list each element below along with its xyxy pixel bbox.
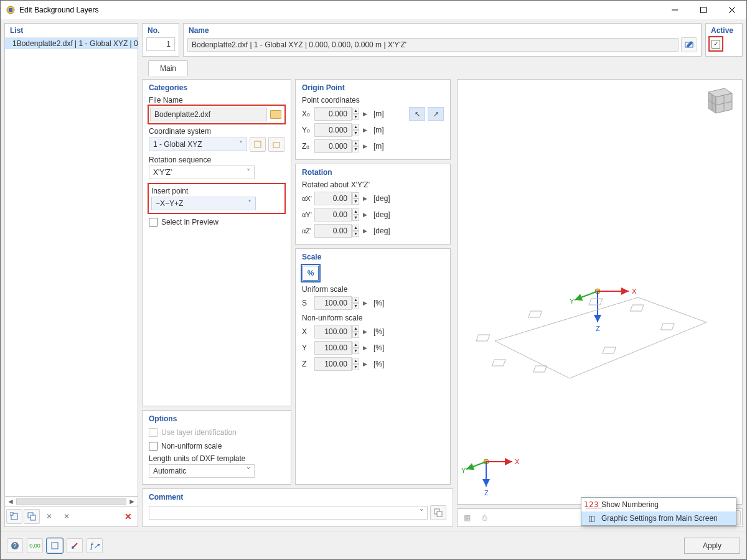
minimize-button[interactable]	[660, 1, 689, 19]
corner-axes-gizmo: X Y Z	[461, 450, 524, 500]
ax-field[interactable]: 0.00	[314, 192, 352, 205]
active-checkbox[interactable]	[712, 40, 720, 49]
coord-sys-combo[interactable]: 1 - Global XYZ˅	[149, 138, 247, 151]
svg-rect-3	[701, 7, 707, 13]
name-label: Name	[184, 24, 701, 36]
svg-point-49	[72, 546, 74, 549]
non-uniform-scale-checkbox[interactable]	[149, 442, 157, 450]
s-field[interactable]: 100.00	[314, 296, 352, 310]
svg-rect-12	[273, 142, 280, 147]
comment-library-button[interactable]	[430, 505, 446, 520]
y0-field[interactable]: 0.000	[314, 123, 352, 137]
svg-rect-9	[31, 515, 35, 520]
snap-button[interactable]	[67, 538, 83, 553]
non-uniform-scale-label: Non-uniform scale	[161, 442, 222, 450]
no-field[interactable]: 1	[146, 37, 175, 51]
app-icon	[6, 5, 16, 15]
list-item[interactable]: 1 Bodenplatte2.dxf | 1 - Global XYZ | 0…	[5, 38, 138, 49]
file-name-label: File Name	[149, 96, 284, 105]
az-field[interactable]: 0.00	[314, 224, 352, 238]
nonuniform-scale-label: Non-uniform scale	[302, 314, 444, 322]
menu-show-numbering[interactable]: 1͟2͟3͟ Show Numbering	[581, 498, 736, 511]
ay-field[interactable]: 0.00	[314, 208, 352, 222]
insert-point-label: Insert point	[151, 187, 282, 195]
svg-rect-37	[492, 360, 505, 366]
pick-point-button[interactable]: ↖	[409, 107, 425, 121]
menu-graphic-settings[interactable]: ◫ Graphic Settings from Main Screen	[581, 511, 736, 525]
z0-field[interactable]: 0.000	[314, 139, 352, 153]
sx-field[interactable]: 100.00	[314, 325, 352, 338]
sy-label: Y	[302, 343, 312, 352]
select-in-preview-checkbox[interactable]	[149, 218, 157, 226]
new-coord-sys-button[interactable]	[250, 137, 266, 152]
new-item-button[interactable]	[6, 509, 22, 524]
delete-item-button[interactable]: ✕	[120, 509, 136, 524]
rot-seq-combo[interactable]: X'Y'Z'˅	[149, 166, 255, 179]
svg-rect-34	[661, 324, 675, 330]
y0-spinner[interactable]: ▲▼	[352, 124, 359, 136]
coord-sys-label: Coordinate system	[149, 127, 284, 136]
svg-rect-32	[589, 299, 603, 305]
list-item-no: 1	[12, 39, 17, 48]
s-unit: [%]	[374, 299, 384, 307]
ax-label: αX'	[302, 195, 312, 202]
list-h-scroll[interactable]: ◄►	[4, 497, 138, 506]
y0-unit: [m]	[374, 126, 384, 134]
z0-step-button[interactable]: ▶	[363, 143, 367, 149]
options-header: Options	[149, 414, 284, 423]
tab-main[interactable]: Main	[148, 60, 188, 76]
y0-label: Y₀	[302, 126, 312, 134]
use-layer-id-label: Use layer identification	[161, 428, 237, 437]
sz-field[interactable]: 100.00	[314, 357, 352, 371]
apply-button[interactable]: Apply	[684, 538, 740, 554]
pick-point-alt-button[interactable]: ↗	[428, 107, 444, 121]
origin-header: Origin Point	[302, 83, 444, 92]
categories-header: Categories	[149, 83, 284, 92]
x0-step-button[interactable]: ▶	[363, 111, 367, 117]
comment-combo[interactable]: ˅	[149, 506, 428, 520]
numbering-icon: 1͟2͟3͟	[586, 500, 596, 509]
svg-rect-35	[603, 347, 616, 353]
use-layer-id-checkbox	[149, 428, 157, 437]
az-unit: [deg]	[374, 226, 390, 235]
insert-point-combo[interactable]: −X−Y+Z˅	[151, 197, 256, 210]
z0-spinner[interactable]: ▲▼	[352, 140, 359, 152]
y0-step-button[interactable]: ▶	[363, 127, 367, 133]
svg-rect-36	[533, 366, 547, 372]
grid-button[interactable]	[47, 538, 63, 553]
units-combo[interactable]: Automatic˅	[149, 464, 255, 478]
help-button[interactable]: ?	[7, 538, 23, 553]
maximize-button[interactable]	[689, 1, 718, 19]
rename-button[interactable]	[681, 37, 697, 52]
dxf-preview-drawing	[476, 273, 713, 397]
ay-unit: [deg]	[374, 210, 390, 219]
close-button[interactable]	[718, 1, 746, 19]
title-bar: Edit Background Layers	[1, 1, 746, 19]
browse-file-button[interactable]	[267, 107, 283, 122]
z0-unit: [m]	[374, 142, 384, 151]
preview-viewport[interactable]: X Y Z	[457, 79, 743, 505]
scale-header: Scale	[302, 253, 444, 261]
edit-coord-sys-button[interactable]	[268, 137, 284, 152]
sy-field[interactable]: 100.00	[314, 341, 352, 355]
units-button[interactable]: 0,00	[27, 538, 43, 553]
select-in-preview-label: Select in Preview	[161, 218, 218, 226]
svg-rect-31	[529, 311, 542, 317]
x0-unit: [m]	[374, 110, 384, 118]
percent-toggle[interactable]: %	[303, 266, 319, 281]
name-field[interactable]: Bodenplatte2.dxf | 1 - Global XYZ | 0.00…	[187, 38, 679, 52]
x0-label: X₀	[302, 110, 312, 118]
script-button[interactable]: ƒ↗	[87, 538, 103, 553]
list-header: List	[5, 24, 138, 38]
svg-text:?: ?	[13, 543, 17, 549]
duplicate-item-button[interactable]	[24, 509, 40, 524]
sx-label: X	[302, 327, 312, 336]
ax-unit: [deg]	[374, 194, 390, 203]
rot-seq-label: Rotation sequence	[149, 156, 284, 164]
x0-field[interactable]: 0.000	[314, 107, 352, 121]
nav-cube[interactable]	[701, 83, 738, 118]
ay-label: αY'	[302, 211, 312, 218]
file-name-field[interactable]: Bodenplatte2.dxf	[150, 108, 267, 121]
svg-text:Z: Z	[484, 489, 489, 497]
x0-spinner[interactable]: ▲▼	[352, 108, 359, 120]
